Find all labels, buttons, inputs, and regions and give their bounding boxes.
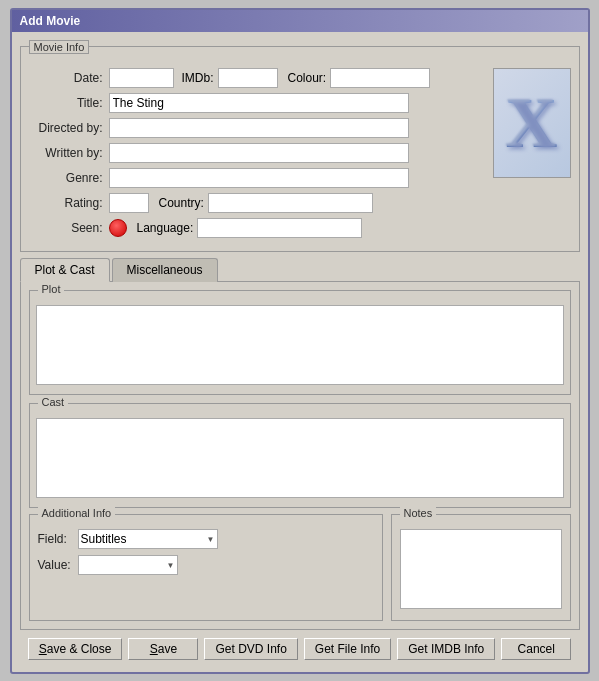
cast-legend: Cast (38, 396, 69, 408)
get-imdb-label: Get IMDB Info (408, 642, 484, 656)
poster-x-icon: X (506, 87, 558, 159)
button-bar: Save & Close Save Get DVD Info Get File … (20, 630, 580, 664)
field-label: Field: (38, 532, 78, 546)
save-label: Save (150, 642, 177, 656)
get-dvd-button[interactable]: Get DVD Info (204, 638, 297, 660)
rating-input[interactable] (109, 193, 149, 213)
get-imdb-button[interactable]: Get IMDB Info (397, 638, 495, 660)
imdb-input[interactable] (218, 68, 278, 88)
value-label: Value: (38, 558, 78, 572)
country-label: Country: (159, 196, 204, 210)
written-input[interactable] (109, 143, 409, 163)
date-input[interactable] (109, 68, 174, 88)
title-label: Title: (29, 96, 109, 110)
tab-miscellaneous[interactable]: Miscellaneous (112, 258, 218, 282)
tab-bar: Plot & Cast Miscellaneous (20, 258, 580, 282)
plot-textarea[interactable] (36, 305, 564, 385)
add-movie-dialog: Add Movie Movie Info Date: IMDb: Colour: (10, 8, 590, 674)
directed-input[interactable] (109, 118, 409, 138)
cancel-button[interactable]: Cancel (501, 638, 571, 660)
additional-info-box: Additional Info Field: Subtitles Directo… (29, 514, 383, 621)
title-input[interactable] (109, 93, 409, 113)
movie-poster[interactable]: X (493, 68, 571, 178)
cancel-label: Cancel (518, 642, 555, 656)
seen-indicator[interactable] (109, 219, 127, 237)
additional-info-legend: Additional Info (38, 507, 116, 519)
get-file-button[interactable]: Get File Info (304, 638, 391, 660)
plot-legend: Plot (38, 283, 65, 295)
save-close-label: Save & Close (39, 642, 112, 656)
date-label: Date: (29, 71, 109, 85)
language-label: Language: (137, 221, 194, 235)
field-select-wrapper: Subtitles Director Writer Genre Rating (78, 529, 218, 549)
dialog-title: Add Movie (12, 10, 588, 32)
save-button[interactable]: Save (128, 638, 198, 660)
colour-label: Colour: (288, 71, 327, 85)
language-input[interactable] (197, 218, 362, 238)
written-label: Written by: (29, 146, 109, 160)
tab-plot-cast[interactable]: Plot & Cast (20, 258, 110, 282)
field-select[interactable]: Subtitles Director Writer Genre Rating (78, 529, 218, 549)
country-input[interactable] (208, 193, 373, 213)
value-select[interactable] (78, 555, 178, 575)
genre-input[interactable] (109, 168, 409, 188)
get-dvd-label: Get DVD Info (215, 642, 286, 656)
tab-content: Plot Cast Additional Info Field: Subtitl… (20, 281, 580, 630)
seen-label: Seen: (29, 221, 109, 235)
movie-info-legend: Movie Info (29, 40, 90, 54)
get-file-label: Get File Info (315, 642, 380, 656)
save-close-button[interactable]: Save & Close (28, 638, 123, 660)
cast-textarea[interactable] (36, 418, 564, 498)
notes-textarea[interactable] (400, 529, 562, 609)
genre-label: Genre: (29, 171, 109, 185)
notes-legend: Notes (400, 507, 437, 519)
directed-label: Directed by: (29, 121, 109, 135)
imdb-label: IMDb: (182, 71, 214, 85)
notes-box: Notes (391, 514, 571, 621)
colour-input[interactable] (330, 68, 430, 88)
value-select-wrapper (78, 555, 178, 575)
rating-label: Rating: (29, 196, 109, 210)
